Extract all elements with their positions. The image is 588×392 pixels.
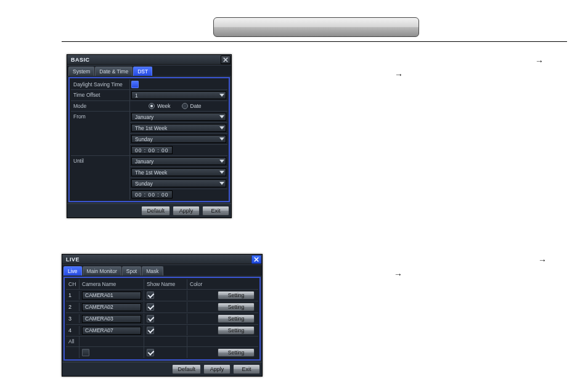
show-name-checkbox[interactable] xyxy=(147,292,154,299)
tab-date-time[interactable]: Date & Time xyxy=(95,67,133,76)
basic-button-row: Default Apply Exit xyxy=(67,203,231,218)
apply-button[interactable]: Apply xyxy=(173,206,200,216)
ch-number: 4 xyxy=(68,327,71,333)
chevron-down-icon xyxy=(219,115,224,118)
camera-name-input[interactable]: CAMERA02 xyxy=(82,303,141,311)
close-button[interactable] xyxy=(221,55,231,64)
mode-week-label: Week xyxy=(157,103,171,109)
all-label: All xyxy=(66,337,80,346)
table-header: CH Camera Name Show Name Color xyxy=(66,279,258,290)
exit-button[interactable]: Exit xyxy=(233,364,260,374)
live-title: LIVE xyxy=(66,256,80,263)
mode-label: Mode xyxy=(71,101,130,111)
until-time-input[interactable]: 00 : 00 : 00 xyxy=(131,190,173,198)
default-button[interactable]: Default xyxy=(172,364,201,374)
table-row: 1 CAMERA01 Setting xyxy=(66,290,258,301)
col-camera-name: Camera Name xyxy=(80,279,144,289)
until-month-select[interactable]: January xyxy=(131,157,226,165)
dst-checkbox[interactable] xyxy=(131,81,139,88)
chevron-down-icon xyxy=(219,160,224,163)
time-offset-select[interactable]: 1 xyxy=(131,91,226,99)
basic-dialog: BASIC System Date & Time DST Daylight Sa… xyxy=(67,54,232,218)
all-label-row: All xyxy=(66,337,258,347)
dst-label: Daylight Saving Time xyxy=(71,80,130,89)
live-dialog: LIVE Live Main Monitor Spot Mask CH Came… xyxy=(62,254,263,377)
from-day-value: Sunday xyxy=(135,136,153,142)
from-label: From xyxy=(71,112,130,155)
until-week-value: The 1st Week xyxy=(135,169,167,176)
tab-live[interactable]: Live xyxy=(63,266,82,276)
basic-tabs: System Date & Time DST xyxy=(67,65,231,76)
arrow-icon: → xyxy=(535,56,544,66)
table-row: 2 CAMERA02 Setting xyxy=(66,301,258,313)
color-setting-button[interactable]: Setting xyxy=(218,326,255,335)
all-row: Setting xyxy=(66,347,258,358)
chevron-down-icon xyxy=(219,182,224,185)
chevron-down-icon xyxy=(219,94,224,97)
from-time-input[interactable]: 00 : 00 : 00 xyxy=(131,146,173,154)
live-titlebar: LIVE xyxy=(62,255,262,264)
ch-number: 2 xyxy=(68,304,71,310)
live-table: CH Camera Name Show Name Color 1 CAMERA0… xyxy=(66,279,258,358)
live-tabs: Live Main Monitor Spot Mask xyxy=(62,264,262,276)
all-setting-button[interactable]: Setting xyxy=(218,348,255,357)
apply-button[interactable]: Apply xyxy=(203,364,231,374)
until-day-value: Sunday xyxy=(135,181,153,187)
tab-mask[interactable]: Mask xyxy=(142,266,163,276)
all-show-checkbox[interactable] xyxy=(147,349,154,356)
default-button[interactable]: Default xyxy=(141,206,170,216)
exit-button[interactable]: Exit xyxy=(202,206,229,216)
from-month-value: January xyxy=(135,114,153,120)
tab-system[interactable]: System xyxy=(68,67,94,76)
ch-number: 1 xyxy=(68,292,71,298)
close-button[interactable] xyxy=(251,255,261,264)
arrow-icon: → xyxy=(394,269,402,279)
mode-date-radio[interactable] xyxy=(182,103,188,109)
camera-name-input[interactable]: CAMERA01 xyxy=(82,292,141,300)
table-row: 4 CAMERA07 Setting xyxy=(66,325,258,337)
color-setting-button[interactable]: Setting xyxy=(218,303,255,311)
show-name-checkbox[interactable] xyxy=(147,327,154,334)
header-button xyxy=(213,17,419,37)
close-icon xyxy=(254,257,259,262)
close-icon xyxy=(223,57,228,62)
until-week-select[interactable]: The 1st Week xyxy=(131,168,226,176)
tab-spot[interactable]: Spot xyxy=(122,266,142,276)
col-show-name: Show Name xyxy=(144,279,187,289)
from-week-value: The 1st Week xyxy=(135,125,167,131)
basic-titlebar: BASIC xyxy=(67,55,231,65)
tab-main-monitor[interactable]: Main Monitor xyxy=(83,266,121,276)
from-day-select[interactable]: Sunday xyxy=(131,135,226,143)
tab-dst[interactable]: DST xyxy=(133,67,152,76)
basic-body: Daylight Saving Time Time Offset 1 Mode … xyxy=(68,77,230,202)
chevron-down-icon xyxy=(219,126,224,129)
col-color: Color xyxy=(187,279,258,289)
all-name-checkbox[interactable] xyxy=(82,349,89,356)
show-name-checkbox[interactable] xyxy=(147,315,154,322)
arrow-icon: → xyxy=(538,255,547,265)
col-ch: CH xyxy=(66,279,80,289)
until-month-value: January xyxy=(135,158,153,165)
until-label: Until xyxy=(71,156,130,200)
until-day-select[interactable]: Sunday xyxy=(131,179,226,187)
from-month-select[interactable]: January xyxy=(131,113,226,121)
arrow-icon: → xyxy=(394,70,403,80)
camera-name-input[interactable]: CAMERA03 xyxy=(82,315,141,323)
mode-week-radio[interactable] xyxy=(149,103,155,109)
chevron-down-icon xyxy=(219,171,224,174)
live-button-row: Default Apply Exit xyxy=(62,362,262,376)
header-rule xyxy=(62,41,567,42)
mode-date-label: Date xyxy=(190,103,202,109)
mode-radio-group: Week Date xyxy=(149,103,202,109)
time-offset-label: Time Offset xyxy=(71,90,130,100)
time-offset-value: 1 xyxy=(135,92,138,99)
show-name-checkbox[interactable] xyxy=(147,303,154,311)
from-week-select[interactable]: The 1st Week xyxy=(131,124,226,132)
table-row: 3 CAMERA03 Setting xyxy=(66,313,258,325)
chevron-down-icon xyxy=(219,137,224,141)
color-setting-button[interactable]: Setting xyxy=(218,291,255,300)
basic-title: BASIC xyxy=(71,57,90,63)
camera-name-input[interactable]: CAMERA07 xyxy=(82,327,141,335)
color-setting-button[interactable]: Setting xyxy=(218,314,255,323)
live-body: CH Camera Name Show Name Color 1 CAMERA0… xyxy=(63,277,261,361)
